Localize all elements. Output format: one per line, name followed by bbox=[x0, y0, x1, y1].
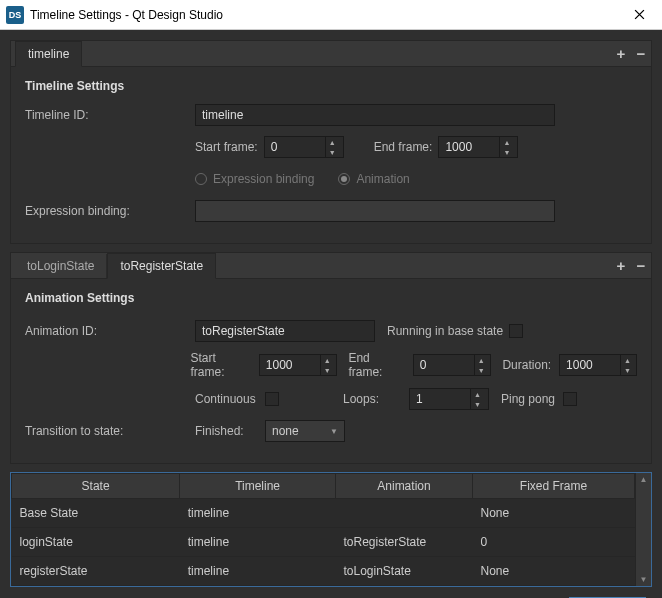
chevron-down-icon: ▼ bbox=[330, 427, 338, 436]
animation-settings-heading: Animation Settings bbox=[25, 291, 637, 305]
timeline-panel: timeline + − Timeline Settings Timeline … bbox=[10, 40, 652, 244]
radio-expression-binding[interactable]: Expression binding bbox=[195, 172, 314, 186]
finished-combo[interactable]: none ▼ bbox=[265, 420, 345, 442]
end-frame-input[interactable]: ▲▼ bbox=[438, 136, 518, 158]
table-row[interactable]: loginState timeline toRegisterState 0 bbox=[12, 528, 635, 557]
anim-end-frame-label: End frame: bbox=[348, 351, 406, 379]
spin-up-icon[interactable]: ▲ bbox=[471, 389, 484, 399]
col-state[interactable]: State bbox=[12, 474, 180, 499]
animation-id-input[interactable] bbox=[195, 320, 375, 342]
animation-panel: toLoginState toRegisterState + − Animati… bbox=[10, 252, 652, 464]
duration-input[interactable]: ▲▼ bbox=[559, 354, 637, 376]
spin-down-icon[interactable]: ▼ bbox=[475, 365, 488, 375]
start-frame-input[interactable]: ▲▼ bbox=[264, 136, 344, 158]
spin-up-icon[interactable]: ▲ bbox=[500, 137, 513, 147]
col-fixed-frame[interactable]: Fixed Frame bbox=[473, 474, 635, 499]
expression-binding-label: Expression binding: bbox=[25, 204, 195, 218]
remove-timeline-button[interactable]: − bbox=[631, 45, 651, 63]
pingpong-checkbox[interactable] bbox=[563, 392, 577, 406]
add-timeline-button[interactable]: + bbox=[611, 45, 631, 63]
continuous-label: Continuous bbox=[195, 392, 259, 406]
spin-up-icon[interactable]: ▲ bbox=[326, 137, 339, 147]
tab-to-register-state[interactable]: toRegisterState bbox=[107, 253, 216, 279]
continuous-checkbox[interactable] bbox=[265, 392, 279, 406]
timeline-settings-heading: Timeline Settings bbox=[25, 79, 637, 93]
animation-id-label: Animation ID: bbox=[25, 324, 195, 338]
tab-to-login-state[interactable]: toLoginState bbox=[15, 254, 107, 278]
spin-up-icon[interactable]: ▲ bbox=[621, 355, 634, 365]
start-frame-label: Start frame: bbox=[195, 140, 258, 154]
spin-down-icon[interactable]: ▼ bbox=[326, 147, 339, 157]
end-frame-label: End frame: bbox=[374, 140, 433, 154]
spin-up-icon[interactable]: ▲ bbox=[321, 355, 334, 365]
running-base-state-label: Running in base state bbox=[387, 324, 503, 338]
timeline-tabbar: timeline + − bbox=[11, 41, 651, 67]
radio-animation[interactable]: Animation bbox=[338, 172, 409, 186]
running-base-state-checkbox[interactable] bbox=[509, 324, 523, 338]
pingpong-label: Ping pong bbox=[501, 392, 557, 406]
loops-input[interactable]: ▲▼ bbox=[409, 388, 489, 410]
title-bar: DS Timeline Settings - Qt Design Studio bbox=[0, 0, 662, 30]
remove-animation-button[interactable]: − bbox=[631, 257, 651, 275]
timeline-id-label: Timeline ID: bbox=[25, 108, 195, 122]
spin-down-icon[interactable]: ▼ bbox=[321, 365, 334, 375]
table-scrollbar[interactable]: ▲ ▼ bbox=[635, 473, 651, 586]
spin-down-icon[interactable]: ▼ bbox=[471, 399, 484, 409]
table-header-row: State Timeline Animation Fixed Frame bbox=[12, 474, 635, 499]
spin-up-icon[interactable]: ▲ bbox=[475, 355, 488, 365]
state-table: State Timeline Animation Fixed Frame Bas… bbox=[10, 472, 652, 587]
table-row[interactable]: registerState timeline toLoginState None bbox=[12, 557, 635, 586]
duration-label: Duration: bbox=[502, 358, 553, 372]
expression-binding-input bbox=[195, 200, 555, 222]
animation-tabbar: toLoginState toRegisterState + − bbox=[11, 253, 651, 279]
finished-label: Finished: bbox=[195, 424, 259, 438]
window-close-button[interactable] bbox=[617, 0, 662, 30]
anim-start-frame-input[interactable]: ▲▼ bbox=[259, 354, 337, 376]
loops-label: Loops: bbox=[343, 392, 403, 406]
tab-timeline[interactable]: timeline bbox=[15, 41, 82, 67]
table-row[interactable]: Base State timeline None bbox=[12, 499, 635, 528]
app-icon: DS bbox=[6, 6, 24, 24]
spin-down-icon[interactable]: ▼ bbox=[500, 147, 513, 157]
scroll-down-icon[interactable]: ▼ bbox=[636, 573, 651, 586]
transition-to-state-label: Transition to state: bbox=[25, 424, 195, 438]
col-animation[interactable]: Animation bbox=[335, 474, 472, 499]
anim-start-frame-label: Start frame: bbox=[191, 351, 253, 379]
window-title: Timeline Settings - Qt Design Studio bbox=[30, 8, 617, 22]
col-timeline[interactable]: Timeline bbox=[180, 474, 336, 499]
timeline-id-input[interactable] bbox=[195, 104, 555, 126]
add-animation-button[interactable]: + bbox=[611, 257, 631, 275]
spin-down-icon[interactable]: ▼ bbox=[621, 365, 634, 375]
scroll-up-icon[interactable]: ▲ bbox=[636, 473, 651, 486]
anim-end-frame-input[interactable]: ▲▼ bbox=[413, 354, 491, 376]
